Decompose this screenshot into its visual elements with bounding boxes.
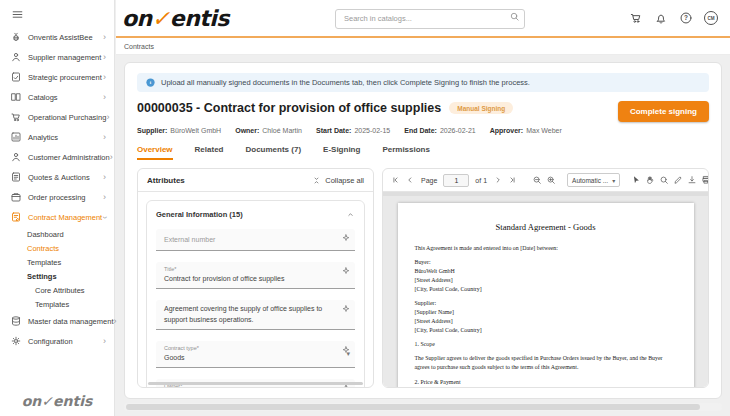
pdf-search-icon[interactable] — [659, 175, 669, 185]
chevron-right-icon: › — [103, 73, 106, 82]
sidebar-item[interactable]: Order processing › — [0, 187, 114, 207]
scrollbar-thumb[interactable] — [126, 404, 700, 410]
hand-tool-icon[interactable] — [645, 175, 655, 185]
zoom-out-icon[interactable] — [532, 175, 542, 185]
breadcrumb[interactable]: Contracts — [116, 38, 730, 55]
sidebar-item[interactable]: Contracts › — [0, 241, 114, 255]
pdf-paragraph: Buyer: BüroWelt GmbH [Street Address] [C… — [415, 258, 677, 293]
sidebar-item-icon — [10, 151, 22, 163]
sidebar-item[interactable]: Master data management › — [0, 311, 114, 331]
pdf-viewer[interactable]: Standard Agreement - Goods This Agreemen… — [383, 196, 708, 387]
ai-suggest-icon[interactable] — [341, 304, 351, 314]
status-badge: Manual Signing — [449, 102, 513, 114]
sidebar-item[interactable]: Settings › — [0, 269, 114, 283]
sidebar-item[interactable]: Catalogs › — [0, 87, 114, 107]
sidebar-item-label: Master data management — [28, 317, 113, 326]
panel-scrollbar[interactable] — [148, 382, 363, 385]
chevron-down-icon: ▾ — [346, 350, 350, 358]
sidebar-item[interactable]: Templates › — [0, 255, 114, 269]
sidebar-item[interactable]: Configuration › — [0, 331, 114, 351]
menu-icon[interactable] — [11, 8, 24, 21]
page-number-input[interactable] — [443, 174, 469, 187]
sidebar: Onventis AssistBee › Supplier management… — [0, 0, 115, 416]
next-page-icon[interactable] — [493, 175, 503, 185]
tab[interactable]: Related — [195, 145, 224, 160]
sidebar-item-icon — [10, 191, 22, 203]
sidebar-item[interactable]: Quotes & Auctions › — [0, 167, 114, 187]
title-row: 00000035 - Contract for provision of off… — [137, 101, 709, 122]
pdf-paragraph: 2. Price & Payment — [415, 378, 677, 387]
sidebar-item-label: Catalogs — [28, 93, 58, 102]
tab[interactable]: E-Signing — [323, 145, 360, 160]
sidebar-item-icon — [10, 111, 22, 123]
horizontal-scrollbar[interactable] — [124, 403, 722, 411]
user-avatar[interactable]: CM — [704, 11, 718, 25]
sidebar-item[interactable]: Dashboard › — [0, 227, 114, 241]
chevron-right-icon: › — [103, 173, 106, 182]
pointer-tool-icon[interactable] — [631, 175, 641, 185]
ai-suggest-icon[interactable] — [341, 233, 351, 243]
zoom-in-icon[interactable] — [546, 175, 556, 185]
pdf-paragraph: 1. Scope — [415, 340, 677, 349]
first-page-icon[interactable] — [391, 175, 401, 185]
sidebar-item-label: Operational Purchasing — [28, 113, 106, 122]
download-icon[interactable] — [687, 175, 697, 185]
cart-icon[interactable] — [629, 11, 643, 25]
previous-page-icon[interactable] — [405, 175, 415, 185]
section-header-general-information[interactable]: General Information (15) — [156, 210, 355, 219]
meta-item: Approver:Max Weber — [490, 127, 562, 134]
sidebar-item[interactable]: Supplier management › — [0, 47, 114, 67]
attribute-field[interactable]: Title* Contract for provision of office … — [156, 262, 355, 289]
pdf-paragraph: The Supplier agrees to deliver the goods… — [415, 354, 677, 372]
chevron-right-icon: › — [103, 93, 106, 102]
notifications-icon[interactable] — [654, 11, 668, 25]
search-icon[interactable] — [509, 11, 520, 22]
sidebar-item-icon — [10, 51, 22, 63]
collapse-all-button[interactable]: Collapse all — [312, 176, 364, 185]
attribute-field[interactable]: Agreement covering the supply of office … — [156, 300, 355, 330]
sidebar-item[interactable]: Core Attributes › — [0, 283, 114, 297]
tab[interactable]: Permissions — [382, 145, 430, 160]
tab-bar: Overview Related Documents (7) E-Signing… — [137, 145, 709, 160]
last-page-icon[interactable] — [507, 175, 517, 185]
attribute-field[interactable]: External number ▾ — [156, 229, 355, 251]
tab[interactable]: Overview — [137, 145, 173, 160]
ai-suggest-icon[interactable] — [341, 266, 351, 276]
contract-card: i Upload all manually signed documents i… — [124, 62, 722, 399]
search-box — [335, 7, 525, 29]
field-placeholder: External number — [164, 233, 339, 246]
sidebar-item[interactable]: Operational Purchasing › — [0, 107, 114, 127]
sidebar-item[interactable]: Strategic procurement › — [0, 67, 114, 87]
attribute-fields: External number ▾ Title* Contract for pr… — [156, 229, 355, 388]
chevron-right-icon: › — [103, 53, 106, 62]
field-label: Title* — [164, 266, 339, 272]
sidebar-item-icon — [10, 211, 22, 223]
banner-text: Upload all manually signed documents in … — [161, 78, 530, 87]
sidebar-item-label: Contracts — [27, 244, 59, 253]
sidebar-item-icon — [10, 71, 22, 83]
pdf-paragraph: Supplier: [Supplier Name] [Street Addres… — [415, 299, 677, 334]
sidebar-item-label: Settings — [27, 272, 57, 281]
help-icon[interactable]: ? — [679, 11, 693, 25]
sidebar-item[interactable]: Contract Management › — [0, 207, 114, 227]
attributes-panel-header: Attributes Collapse all — [138, 169, 373, 192]
meta-item: Owner:Chloé Martin — [235, 127, 302, 134]
print-icon[interactable] — [701, 175, 709, 185]
page-title: 00000035 - Contract for provision of off… — [137, 101, 441, 115]
sidebar-item[interactable]: Analytics › — [0, 127, 114, 147]
tab[interactable]: Documents (7) — [245, 145, 301, 160]
sidebar-item[interactable]: Onventis AssistBee › — [0, 27, 114, 47]
sidebar-item-label: Configuration — [28, 337, 73, 346]
sidebar-item[interactable]: Customer Administration › — [0, 147, 114, 167]
search-input[interactable] — [335, 9, 525, 29]
zoom-mode-select[interactable]: Automatic ... ▾ — [567, 173, 620, 187]
contract-meta: Supplier:BüroWelt GmbH Owner:Chloé Marti… — [137, 127, 709, 134]
sidebar-item[interactable]: Templates › — [0, 297, 114, 311]
app-window: Onventis AssistBee › Supplier management… — [0, 0, 730, 416]
sidebar-item-icon — [10, 91, 22, 103]
chevron-right-icon: › — [106, 113, 109, 122]
app-logo: on✓entis — [122, 6, 229, 31]
attribute-field[interactable]: Contract type* Goods ▾ — [156, 341, 355, 368]
complete-signing-button[interactable]: Complete signing — [618, 101, 709, 122]
annotate-icon[interactable] — [673, 175, 683, 185]
